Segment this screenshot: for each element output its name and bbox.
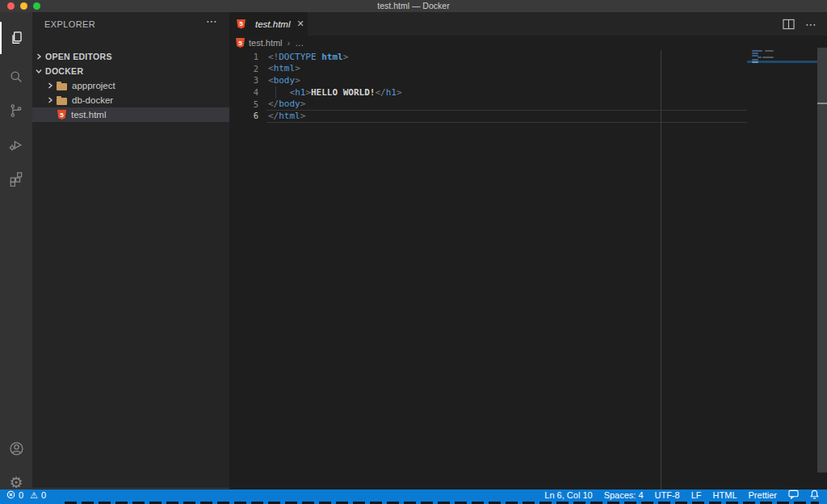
- minimap-line: [752, 61, 758, 63]
- status-item[interactable]: HTML: [713, 490, 737, 500]
- html5-file-icon: 5: [237, 19, 246, 29]
- tree-item-label: appproject: [72, 81, 115, 90]
- code-editor[interactable]: 1<!DOCTYPE html>2<html>3<body>4 <h1>HELL…: [229, 51, 827, 122]
- line-number[interactable]: 6: [229, 111, 258, 120]
- code-token: DOCTYPE: [279, 52, 316, 62]
- workspace-label: DOCKER: [45, 66, 83, 76]
- code-token: >: [295, 75, 300, 86]
- warning-count: 0: [41, 490, 46, 500]
- feedback-icon[interactable]: [788, 489, 799, 501]
- tree-item-label: test.html: [71, 110, 106, 120]
- folder-icon: [57, 98, 67, 105]
- minimap-line: [752, 55, 758, 57]
- sidebar-more-actions-icon[interactable]: ⋯: [206, 15, 218, 27]
- tab-bar: 5 test.html ✕ ⋯: [229, 12, 827, 36]
- code-token: h1: [386, 87, 397, 98]
- line-number[interactable]: 2: [229, 64, 258, 74]
- title-bar: test.html — Docker: [0, 0, 827, 12]
- code-line-4[interactable]: 4 <h1>HELLO WORLD!</h1>: [229, 86, 827, 99]
- chevron-right-icon: [36, 53, 44, 60]
- code-token: >: [305, 87, 311, 98]
- tree-item-db-docker[interactable]: db-docker: [32, 93, 229, 107]
- code-token: h1: [295, 87, 305, 98]
- explorer-sidebar: EXPLORER ⋯ OPEN EDITORS DOCKER appprojec…: [32, 12, 229, 489]
- tree-item-appproject[interactable]: appproject: [32, 78, 229, 93]
- extensions-icon[interactable]: [0, 162, 32, 195]
- error-count: 0: [19, 490, 23, 500]
- status-item[interactable]: Spaces: 4: [604, 490, 644, 500]
- chevron-down-icon: [36, 68, 44, 74]
- code-token: [317, 52, 322, 62]
- code-token: html: [321, 52, 343, 62]
- explorer-icon[interactable]: [0, 22, 32, 54]
- chevron-right-icon: [47, 97, 55, 103]
- window-title: test.html — Docker: [0, 1, 827, 10]
- code-token: html: [274, 63, 296, 74]
- code-line-3[interactable]: 3<body>: [229, 74, 827, 86]
- html5-file-icon: 5: [236, 38, 245, 48]
- line-number[interactable]: 5: [229, 99, 258, 109]
- workspace-section[interactable]: DOCKER: [32, 64, 229, 78]
- activity-bar: ⚙: [0, 12, 32, 489]
- code-token: <!: [268, 52, 279, 62]
- code-token: body: [279, 99, 300, 109]
- status-item[interactable]: LF: [691, 490, 702, 500]
- folder-icon: [57, 83, 67, 90]
- code-token: <: [290, 87, 296, 98]
- line-number[interactable]: 1: [229, 52, 258, 61]
- vscode-window: test.html — Docker ⚙ EXPLORER ⋯: [0, 0, 827, 504]
- run-and-debug-icon[interactable]: [0, 128, 32, 161]
- tree-item-test.html[interactable]: 5test.html: [32, 107, 229, 122]
- open-editors-section[interactable]: OPEN EDITORS: [32, 49, 229, 64]
- code-line-2[interactable]: 2<html>: [229, 63, 827, 75]
- file-tree: appprojectdb-docker5test.html: [32, 78, 229, 122]
- minimap-line: [752, 52, 758, 54]
- code-token: [268, 87, 290, 98]
- status-item[interactable]: Ln 6, Col 10: [544, 490, 592, 500]
- code-token: <: [268, 75, 274, 86]
- minimap-line: [765, 50, 774, 52]
- code-token: </: [268, 111, 279, 121]
- code-token: html: [279, 111, 300, 121]
- open-editors-label: OPEN EDITORS: [45, 52, 112, 61]
- minimap[interactable]: [747, 50, 817, 66]
- code-token: body: [274, 75, 296, 86]
- breadcrumb-separator: ›: [288, 38, 291, 48]
- breadcrumb-symbol[interactable]: …: [295, 38, 304, 48]
- minimap-line: [752, 50, 762, 52]
- tree-item-label: db-docker: [72, 95, 113, 105]
- code-token: >: [397, 87, 402, 98]
- problems-indicator[interactable]: 0 ⚠ 0: [6, 490, 46, 501]
- line-number[interactable]: 4: [229, 87, 258, 97]
- minimap-line: [758, 57, 762, 58]
- status-bar: 0 ⚠ 0 Ln 6, Col 10Spaces: 4UTF-8LFHTMLPr…: [0, 489, 827, 501]
- source-control-icon[interactable]: [0, 94, 32, 127]
- dock-strip: [0, 501, 827, 504]
- tab-close-icon[interactable]: ✕: [296, 19, 304, 29]
- split-editor-icon[interactable]: [783, 12, 795, 36]
- sidebar-title: EXPLORER: [44, 19, 95, 29]
- error-icon: [6, 490, 15, 501]
- status-item[interactable]: Prettier: [749, 490, 777, 500]
- code-token: HELLO WORLD!: [311, 87, 375, 98]
- warning-icon: ⚠: [30, 490, 38, 501]
- minimap-line: [762, 57, 774, 58]
- editor-more-actions-icon[interactable]: ⋯: [805, 12, 817, 36]
- code-line-5[interactable]: 5</body>: [229, 98, 827, 110]
- breadcrumb-file[interactable]: test.html: [249, 38, 283, 48]
- search-icon[interactable]: [0, 61, 32, 93]
- breadcrumb[interactable]: 5 test.html › …: [229, 36, 827, 50]
- code-token: </: [375, 87, 385, 98]
- code-token: >: [300, 99, 306, 109]
- scrollbar-cursor-marker: [817, 103, 827, 104]
- line-number[interactable]: 3: [229, 75, 258, 85]
- account-icon[interactable]: [0, 432, 32, 464]
- bell-icon[interactable]: [810, 489, 819, 501]
- status-item[interactable]: UTF-8: [655, 490, 680, 500]
- tab-test-html[interactable]: 5 test.html ✕: [229, 12, 308, 36]
- code-token: >: [343, 52, 349, 62]
- editor-scrollbar[interactable]: [817, 48, 827, 472]
- tab-label: test.html: [255, 19, 290, 29]
- code-line-6[interactable]: 6</html>: [229, 110, 827, 122]
- code-line-1[interactable]: 1<!DOCTYPE html>: [229, 51, 827, 63]
